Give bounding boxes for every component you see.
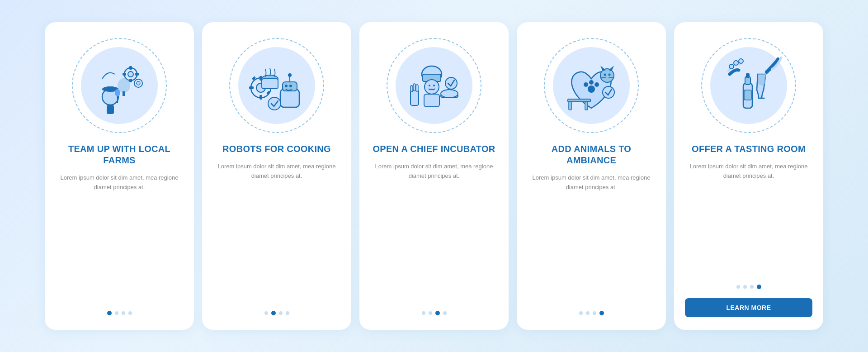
- card-3-title: OPEN A CHIEF INCUBATOR: [373, 143, 495, 155]
- card-4-illustration: [542, 36, 641, 135]
- svg-rect-43: [410, 86, 413, 92]
- svg-rect-32: [262, 79, 278, 89]
- svg-rect-26: [249, 86, 254, 89]
- card-robots: ROBOTS FOR COOKING Lorem ipsum dolor sit…: [202, 22, 351, 330]
- card-chef: OPEN A CHIEF INCUBATOR Lorem ipsum dolor…: [359, 22, 509, 330]
- dot: [429, 311, 432, 315]
- dot: [279, 311, 283, 315]
- learn-more-button[interactable]: LEARN MORE: [685, 298, 812, 317]
- svg-point-21: [288, 73, 292, 77]
- svg-rect-10: [123, 73, 126, 76]
- cards-container: TEAM UP WITH LOCAL FARMS Lorem ipsum dol…: [27, 9, 841, 343]
- card-5-illustration: [699, 36, 798, 135]
- svg-rect-2: [107, 86, 114, 91]
- card-2-text: Lorem ipsum dolor sit dim amet, mea regi…: [213, 162, 340, 181]
- card-2-illustration: [227, 36, 326, 135]
- card-3-text: Lorem ipsum dolor sit dim amet, mea regi…: [370, 162, 498, 181]
- dot: [586, 311, 590, 315]
- svg-point-14: [118, 78, 130, 93]
- svg-point-53: [604, 74, 606, 76]
- svg-rect-64: [744, 90, 751, 100]
- dot: [128, 311, 132, 315]
- dot-active: [435, 311, 440, 315]
- dot-active: [107, 311, 112, 315]
- dot-active: [271, 311, 276, 315]
- svg-point-35: [425, 80, 439, 94]
- dot: [593, 311, 596, 315]
- svg-marker-51: [600, 66, 606, 71]
- svg-point-37: [433, 85, 435, 86]
- svg-point-50: [600, 69, 614, 82]
- svg-rect-25: [259, 95, 262, 100]
- card-5-text: Lorem ipsum dolor sit dim amet, mea regi…: [685, 162, 812, 181]
- svg-point-19: [289, 85, 292, 87]
- dot: [115, 311, 118, 315]
- dot: [122, 311, 125, 315]
- card-1-illustration: [70, 36, 169, 135]
- card-1-dots: [107, 311, 132, 315]
- card-4-text: Lorem ipsum dolor sit dim amet, mea regi…: [528, 173, 655, 192]
- farm-icon: [83, 49, 156, 122]
- svg-point-67: [734, 61, 738, 65]
- dot: [264, 311, 268, 315]
- dot-active: [599, 311, 604, 315]
- dot: [443, 311, 447, 315]
- dot-active: [757, 285, 761, 289]
- animals-icon: [555, 49, 627, 122]
- card-2-title: ROBOTS FOR COOKING: [222, 143, 331, 155]
- card-2-dots: [264, 311, 289, 315]
- card-4-dots: [579, 311, 604, 315]
- dot: [750, 285, 754, 289]
- card-team-up: TEAM UP WITH LOCAL FARMS Lorem ipsum dol…: [45, 22, 194, 330]
- svg-point-60: [603, 86, 614, 98]
- dot: [579, 311, 583, 315]
- svg-point-46: [588, 86, 595, 93]
- svg-point-41: [445, 77, 457, 89]
- svg-point-48: [589, 80, 594, 85]
- card-3-illustration: [384, 36, 484, 135]
- card-1-text: Lorem ipsum dolor sit dim amet, mea regi…: [56, 173, 183, 192]
- robot-icon: [241, 49, 313, 122]
- chef-icon: [398, 49, 470, 122]
- card-tasting: OFFER A TASTING ROOM Lorem ipsum dolor s…: [674, 22, 823, 330]
- svg-rect-58: [569, 102, 571, 110]
- svg-rect-38: [424, 94, 439, 107]
- card-5-title: OFFER A TASTING ROOM: [692, 143, 806, 155]
- svg-point-30: [268, 97, 281, 110]
- svg-rect-15: [123, 91, 125, 96]
- svg-point-36: [429, 85, 430, 86]
- svg-point-13: [137, 81, 140, 85]
- svg-rect-44: [413, 84, 415, 91]
- card-animals: ADD ANIMALS TO AMBIANCE Lorem ipsum dolo…: [517, 22, 666, 330]
- svg-rect-57: [568, 99, 590, 102]
- svg-rect-45: [416, 85, 418, 91]
- dot: [422, 311, 425, 315]
- svg-point-66: [729, 64, 734, 69]
- wine-icon: [712, 49, 785, 122]
- dot: [286, 311, 289, 315]
- svg-marker-52: [609, 66, 614, 71]
- svg-rect-11: [135, 73, 139, 76]
- svg-point-18: [285, 85, 288, 87]
- svg-rect-16: [280, 89, 299, 107]
- dot: [736, 285, 740, 289]
- svg-point-49: [594, 82, 599, 87]
- card-1-title: TEAM UP WITH LOCAL FARMS: [56, 143, 183, 166]
- svg-rect-59: [585, 102, 588, 110]
- card-5-dots: [736, 285, 761, 289]
- card-4-title: ADD ANIMALS TO AMBIANCE: [528, 143, 655, 166]
- svg-point-54: [609, 74, 611, 76]
- svg-rect-8: [129, 66, 132, 70]
- svg-point-68: [739, 59, 743, 63]
- svg-rect-42: [410, 90, 419, 105]
- dot: [743, 285, 747, 289]
- svg-point-7: [128, 71, 133, 77]
- svg-point-40: [441, 90, 458, 98]
- svg-rect-3: [107, 105, 114, 114]
- svg-point-47: [584, 82, 588, 87]
- svg-rect-9: [129, 79, 132, 82]
- card-3-dots: [422, 311, 447, 315]
- svg-rect-63: [746, 73, 750, 78]
